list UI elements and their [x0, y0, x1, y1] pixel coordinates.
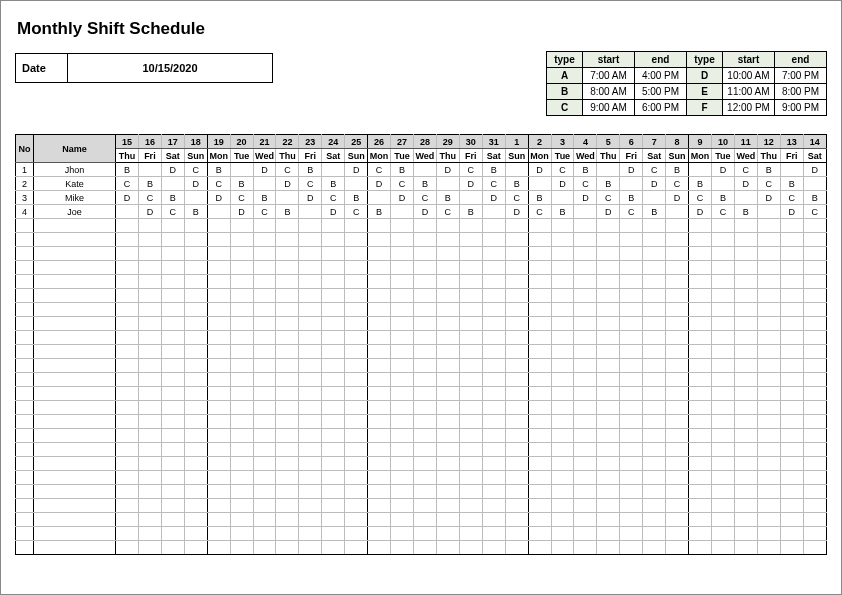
- shift-cell: [780, 443, 803, 457]
- row-name: [34, 247, 116, 261]
- shift-cell: [299, 415, 322, 429]
- shift-cell: [276, 541, 299, 555]
- shift-cell: [299, 345, 322, 359]
- shift-cell: [574, 303, 597, 317]
- shift-cell: [391, 387, 414, 401]
- shift-cell: [803, 499, 826, 513]
- shift-cell: [803, 345, 826, 359]
- shift-cell: [253, 317, 276, 331]
- shift-cell: [689, 471, 712, 485]
- shift-cell: [253, 443, 276, 457]
- row-name: Joe: [34, 205, 116, 219]
- shift-cell: [803, 247, 826, 261]
- shift-cell: B: [780, 177, 803, 191]
- shift-cell: [459, 191, 482, 205]
- shift-cell: [597, 457, 620, 471]
- shift-cell: [459, 401, 482, 415]
- type-code: F: [687, 100, 723, 116]
- shift-cell: [666, 219, 689, 233]
- type-code: D: [687, 68, 723, 84]
- col-header-weekday: Fri: [780, 149, 803, 163]
- shift-cell: [551, 331, 574, 345]
- shift-cell: [138, 219, 161, 233]
- shift-cell: [207, 499, 230, 513]
- shift-cell: [505, 247, 528, 261]
- shift-cell: [803, 177, 826, 191]
- shift-cell: B: [643, 205, 666, 219]
- shift-cell: [803, 317, 826, 331]
- shift-cell: D: [299, 191, 322, 205]
- shift-cell: [391, 317, 414, 331]
- shift-cell: [482, 359, 505, 373]
- shift-cell: [711, 345, 734, 359]
- shift-cell: [299, 387, 322, 401]
- col-header-weekday: Thu: [757, 149, 780, 163]
- shift-cell: [780, 373, 803, 387]
- shift-cell: [230, 331, 253, 345]
- shift-cell: D: [803, 163, 826, 177]
- shift-cell: [574, 233, 597, 247]
- shift-cell: [551, 457, 574, 471]
- shift-cell: [299, 219, 322, 233]
- shift-cell: [116, 541, 139, 555]
- shift-cell: [734, 499, 757, 513]
- shift-cell: [138, 457, 161, 471]
- shift-cell: D: [138, 205, 161, 219]
- shift-cell: [184, 415, 207, 429]
- shift-cell: [780, 233, 803, 247]
- shift-cell: [528, 471, 551, 485]
- shift-cell: [391, 289, 414, 303]
- shift-cell: [620, 429, 643, 443]
- shift-cell: [161, 527, 184, 541]
- type-time: 11:00 AM: [723, 84, 775, 100]
- shift-cell: [116, 317, 139, 331]
- shift-cell: [551, 303, 574, 317]
- shift-cell: [482, 443, 505, 457]
- types-header-cell: type: [687, 52, 723, 68]
- shift-cell: [689, 387, 712, 401]
- shift-cell: [116, 261, 139, 275]
- row-no: 1: [16, 163, 34, 177]
- shift-cell: [184, 303, 207, 317]
- shift-cell: [184, 191, 207, 205]
- shift-cell: [413, 289, 436, 303]
- shift-cell: [666, 415, 689, 429]
- shift-cell: [253, 527, 276, 541]
- shift-cell: [230, 429, 253, 443]
- col-header-weekday: Sat: [322, 149, 345, 163]
- shift-cell: [711, 415, 734, 429]
- shift-cell: [253, 289, 276, 303]
- shift-cell: [734, 233, 757, 247]
- row-name: [34, 289, 116, 303]
- shift-cell: [643, 219, 666, 233]
- shift-cell: [574, 513, 597, 527]
- shift-cell: [666, 345, 689, 359]
- col-header-day: 2: [528, 135, 551, 149]
- row-no: [16, 219, 34, 233]
- shift-cell: [482, 471, 505, 485]
- shift-cell: [528, 247, 551, 261]
- col-header-weekday: Mon: [368, 149, 391, 163]
- shift-cell: [345, 373, 368, 387]
- row-no: [16, 233, 34, 247]
- shift-cell: [757, 303, 780, 317]
- shift-cell: [391, 275, 414, 289]
- shift-cell: [711, 485, 734, 499]
- shift-cell: [322, 401, 345, 415]
- shift-cell: B: [184, 205, 207, 219]
- shift-cell: [161, 275, 184, 289]
- shift-cell: [322, 541, 345, 555]
- shift-cell: [368, 191, 391, 205]
- shift-cell: [253, 499, 276, 513]
- shift-cell: [620, 247, 643, 261]
- type-time: 4:00 PM: [635, 68, 687, 84]
- shift-cell: [689, 499, 712, 513]
- type-code: C: [547, 100, 583, 116]
- row-no: [16, 429, 34, 443]
- type-time: 9:00 AM: [583, 100, 635, 116]
- shift-cell: [299, 513, 322, 527]
- shift-cell: [643, 191, 666, 205]
- shift-cell: C: [666, 177, 689, 191]
- shift-cell: B: [551, 205, 574, 219]
- shift-cell: [711, 289, 734, 303]
